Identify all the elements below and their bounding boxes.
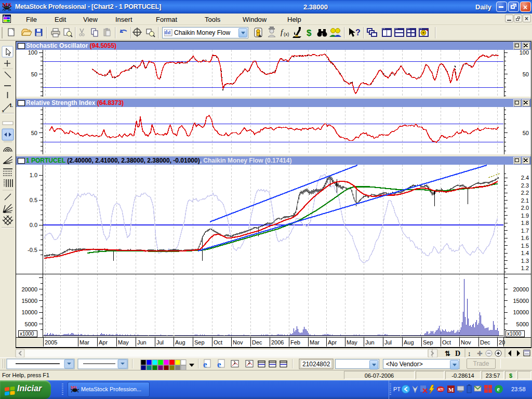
svg-text:5000: 5000 (516, 321, 529, 327)
svg-text:20000: 20000 (21, 286, 37, 292)
svg-text:10000: 10000 (513, 309, 529, 315)
svg-text:May: May (118, 339, 129, 345)
svg-text:D: D (455, 350, 460, 357)
svg-text:x1000: x1000 (507, 331, 522, 337)
svg-text:1.8: 1.8 (521, 220, 529, 226)
svg-text:?: ? (355, 28, 361, 37)
svg-text:0.0: 0.0 (30, 222, 37, 228)
svg-text:x1000: x1000 (20, 331, 34, 337)
svg-text:10000: 10000 (21, 309, 37, 315)
svg-text:2005: 2005 (45, 339, 57, 345)
svg-text:L: L (10, 103, 13, 108)
svg-text:2.4: 2.4 (521, 175, 529, 181)
svg-text:Nov: Nov (233, 339, 243, 345)
svg-text:May: May (347, 339, 357, 345)
svg-text:1.4: 1.4 (521, 250, 529, 256)
svg-text:1.3: 1.3 (521, 258, 529, 264)
svg-text:2.3: 2.3 (521, 182, 529, 189)
svg-text:1 PORTUCEL (2.40000, 2.41000,: 1 PORTUCEL (2.40000, 2.41000, 2.38000, 2… (26, 157, 291, 164)
svg-text:ATI: ATI (438, 388, 444, 391)
svg-text:2: 2 (248, 360, 250, 365)
svg-text:20: 20 (499, 339, 505, 345)
svg-text:Apr: Apr (99, 339, 108, 345)
svg-text:Jun: Jun (365, 339, 375, 345)
svg-text:s: s (2, 108, 4, 113)
svg-text:Nov: Nov (461, 339, 471, 345)
svg-text:Dec: Dec (252, 339, 262, 345)
svg-text:Sep: Sep (194, 339, 205, 345)
svg-text:15000: 15000 (513, 298, 529, 304)
svg-text:2.0: 2.0 (521, 205, 529, 211)
svg-text:15000: 15000 (21, 298, 37, 304)
svg-text:Jul: Jul (384, 339, 392, 345)
svg-text:1.6: 1.6 (521, 235, 529, 241)
svg-text:Oct: Oct (442, 339, 451, 345)
svg-text:Mar: Mar (310, 339, 320, 345)
svg-text:0.5: 0.5 (30, 197, 37, 203)
svg-text:50: 50 (523, 130, 529, 136)
svg-text:1.2: 1.2 (521, 265, 529, 271)
svg-text:-0.5: -0.5 (28, 247, 37, 253)
svg-text:e: e (497, 385, 500, 393)
svg-text:50: 50 (31, 71, 37, 77)
svg-text:100: 100 (520, 49, 529, 56)
svg-text:M: M (448, 387, 454, 393)
svg-text:1.0: 1.0 (30, 172, 37, 178)
svg-text:Jun: Jun (137, 339, 147, 345)
svg-text:Mar: Mar (79, 339, 89, 345)
svg-text:5000: 5000 (25, 321, 37, 327)
svg-text:50: 50 (31, 130, 37, 136)
svg-text:⇅: ⇅ (445, 350, 450, 357)
svg-text:↕: ↕ (468, 350, 471, 357)
svg-text:100: 100 (28, 49, 37, 56)
svg-text:1.7: 1.7 (521, 228, 529, 234)
svg-text:Dec: Dec (480, 339, 490, 345)
svg-text:2.2: 2.2 (521, 190, 529, 196)
svg-text:Stochastic Oscillator (94.5055: Stochastic Oscillator (94.5055) (26, 42, 116, 49)
svg-text:Apr: Apr (328, 339, 337, 345)
svg-text:$: $ (307, 28, 312, 38)
svg-text:Aug: Aug (404, 339, 414, 345)
svg-text:1: 1 (233, 360, 236, 365)
svg-text:Aug: Aug (175, 339, 185, 345)
svg-text:1.9: 1.9 (521, 212, 529, 219)
svg-text:50: 50 (523, 71, 529, 77)
svg-text:✚: ✚ (477, 350, 483, 357)
svg-text:Sep: Sep (423, 339, 433, 345)
svg-text:21024802: 21024802 (302, 361, 330, 368)
svg-text:20000: 20000 (513, 286, 529, 292)
svg-text:(x): (x) (284, 32, 289, 37)
svg-text:e: e (217, 360, 221, 369)
svg-text:e: e (203, 360, 207, 369)
svg-text:1.5: 1.5 (521, 243, 529, 249)
svg-text:Jul: Jul (156, 339, 164, 345)
svg-text:2.1: 2.1 (521, 197, 529, 204)
svg-text:Feb: Feb (290, 339, 300, 345)
svg-text:Relative Strength Index (64.83: Relative Strength Index (64.8373) (26, 99, 124, 107)
svg-text:Oct: Oct (214, 339, 222, 345)
svg-text:2006: 2006 (271, 339, 284, 345)
